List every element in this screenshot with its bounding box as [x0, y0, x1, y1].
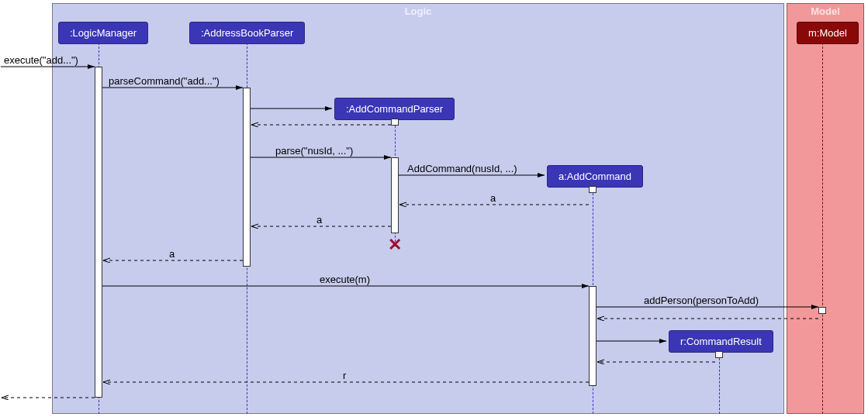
label-return-a-3: a [169, 248, 175, 260]
label-return-a-1: a [490, 192, 496, 204]
destroy-addcommandparser-icon: ✕ [388, 235, 402, 255]
label-return-a-2: a [316, 214, 322, 226]
activation-addcommand-2 [589, 286, 597, 386]
activation-addcommandparser-1 [391, 119, 399, 126]
frame-model: Model [787, 3, 864, 414]
label-addperson: addPerson(personToAdd) [644, 295, 759, 306]
lifeline-commandresult [719, 350, 720, 414]
activation-commandresult [715, 351, 723, 358]
activation-addcommand-1 [589, 186, 597, 193]
frame-logic-label: Logic [405, 4, 432, 19]
label-execute-add: execute("add...") [4, 54, 78, 66]
participant-addressbookparser: :AddressBookParser [189, 22, 305, 44]
participant-commandresult: r:CommandResult [669, 330, 773, 353]
sequence-diagram: Logic Model :LogicManager :AddressBookPa… [0, 0, 868, 417]
participant-addcommandparser: :AddCommandParser [334, 98, 455, 120]
label-parse: parse("nusId, ...") [275, 145, 353, 157]
activation-addressbookparser [243, 88, 251, 267]
label-parsecommand: parseCommand("add...") [109, 75, 220, 87]
activation-model [818, 307, 826, 314]
label-addcommand-ctor: AddCommand(nusId, ...) [407, 163, 517, 174]
label-execute-m: execute(m) [320, 274, 370, 285]
frame-model-label: Model [811, 4, 840, 19]
participant-logicmanager: :LogicManager [58, 22, 148, 44]
lifeline-model [822, 43, 823, 414]
activation-logicmanager [95, 67, 102, 398]
label-return-r: r [343, 370, 346, 381]
activation-addcommandparser-2 [391, 157, 399, 233]
participant-addcommand: a:AddCommand [547, 165, 643, 188]
participant-model: m:Model [797, 22, 859, 44]
